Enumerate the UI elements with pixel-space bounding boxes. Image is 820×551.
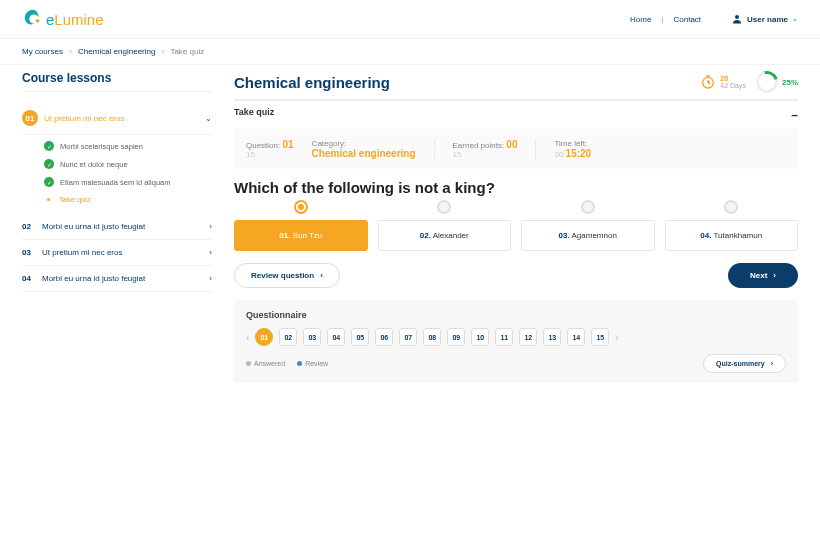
sub-item[interactable]: ✓Morbi scelerisque sapien [44,137,212,155]
chevron-right-icon: › [209,248,212,257]
radio-icon [294,200,308,214]
progress-ring-icon [752,67,782,97]
option-1[interactable]: 01. Sun Tzu [234,200,368,251]
top-bar: eLumine Home | Contact User name ⌄ [0,0,820,39]
qnav-num[interactable]: 09 [447,328,465,346]
qnav-num[interactable]: 02 [279,328,297,346]
logo-icon [22,8,44,30]
days-stat: 2042 Days [700,74,746,90]
logo-text-rest: Lumine [54,11,103,28]
chevron-right-icon: › [771,360,773,367]
quiz-nav-title: Questionnaire [246,310,786,320]
radio-icon [724,200,738,214]
content: Chemical engineering 2042 Days 25% Take … [234,71,798,383]
legend-dot-answered [246,361,251,366]
nav-divider: | [661,15,663,24]
qnav-num[interactable]: 15 [591,328,609,346]
svg-point-1 [735,15,739,19]
qnav-num[interactable]: 13 [543,328,561,346]
quiz-summary-button[interactable]: Quiz-summery› [703,354,786,373]
qnav-num[interactable]: 04 [327,328,345,346]
chevron-right-icon: › [209,222,212,231]
next-button[interactable]: Next› [728,263,798,288]
page-title: Chemical engineering [234,74,390,91]
user-name: User name [747,15,788,24]
svg-point-0 [36,19,40,23]
next-page-button[interactable]: › [615,332,618,343]
clock-icon [700,74,716,90]
quiz-nav: Questionnaire ‹ 01 02 03 04 05 06 07 08 … [234,300,798,383]
check-icon: ✓ [44,159,54,169]
chevron-right-icon: › [773,271,776,280]
lesson-02[interactable]: 02Morbi eu urna id justo feugiat› [22,214,212,240]
quiz-meta: Question: 0115 Category:Chemical enginee… [234,129,798,169]
sub-item[interactable]: ✓Etiam malesuada sem id aliquam [44,173,212,191]
top-nav: Home | Contact User name ⌄ [630,13,798,25]
radio-icon [437,200,451,214]
lesson-03[interactable]: 03Ut pretium mi nec eros› [22,240,212,266]
qnav-num[interactable]: 14 [567,328,585,346]
sub-item-current[interactable]: Take quiz [44,191,212,208]
logo[interactable]: eLumine [22,8,104,30]
section-title: Take quiz [234,107,274,117]
dot-icon [47,198,50,201]
sidebar-title: Course lessons [22,71,212,92]
progress-stat: 25% [756,71,798,93]
sidebar: Course lessons 01 Ut pretium mi nec eros… [22,71,212,383]
legend-dot-review [297,361,302,366]
question-text: Which of the following is not a king? [234,179,798,196]
lesson-01-subs: ✓Morbi scelerisque sapien ✓Nunc et dolor… [44,137,212,208]
qnav-num[interactable]: 12 [519,328,537,346]
lesson-num: 01 [22,110,38,126]
breadcrumb: My courses › Chemical engineering › Take… [0,39,820,65]
option-4[interactable]: 04. Tutankhamun [665,200,799,251]
qnav-num[interactable]: 11 [495,328,513,346]
qnav-num[interactable]: 05 [351,328,369,346]
qnav-num[interactable]: 10 [471,328,489,346]
option-3[interactable]: 03. Agamemnon [521,200,655,251]
answer-options: 01. Sun Tzu 02. Alexander 03. Agamemnon … [234,200,798,251]
check-icon: ✓ [44,177,54,187]
lesson-01[interactable]: 01 Ut pretium mi nec eros ⌄ [22,102,212,135]
qnav-num[interactable]: 01 [255,328,273,346]
option-2[interactable]: 02. Alexander [378,200,512,251]
lesson-label: Ut pretium mi nec eros [44,114,199,123]
chevron-down-icon: ⌄ [792,15,798,23]
qnav-num[interactable]: 08 [423,328,441,346]
user-icon [731,13,743,25]
chevron-right-icon: › [320,271,323,280]
user-menu[interactable]: User name ⌄ [731,13,798,25]
crumb-current: Take quiz [170,47,204,56]
chevron-right-icon: › [209,274,212,283]
chevron-down-icon: ⌄ [205,114,212,123]
collapse-button[interactable]: – [791,108,798,122]
nav-contact[interactable]: Contact [674,15,702,24]
crumb-root[interactable]: My courses [22,47,63,56]
lesson-04[interactable]: 04Morbi eu urna id justo feugiat› [22,266,212,292]
nav-home[interactable]: Home [630,15,651,24]
prev-page-button[interactable]: ‹ [246,332,249,343]
radio-icon [581,200,595,214]
check-icon: ✓ [44,141,54,151]
crumb-course[interactable]: Chemical engineering [78,47,155,56]
qnav-num[interactable]: 06 [375,328,393,346]
review-button[interactable]: Review question› [234,263,340,288]
sub-item[interactable]: ✓Nunc et dolor neque [44,155,212,173]
qnav-num[interactable]: 03 [303,328,321,346]
qnav-num[interactable]: 07 [399,328,417,346]
